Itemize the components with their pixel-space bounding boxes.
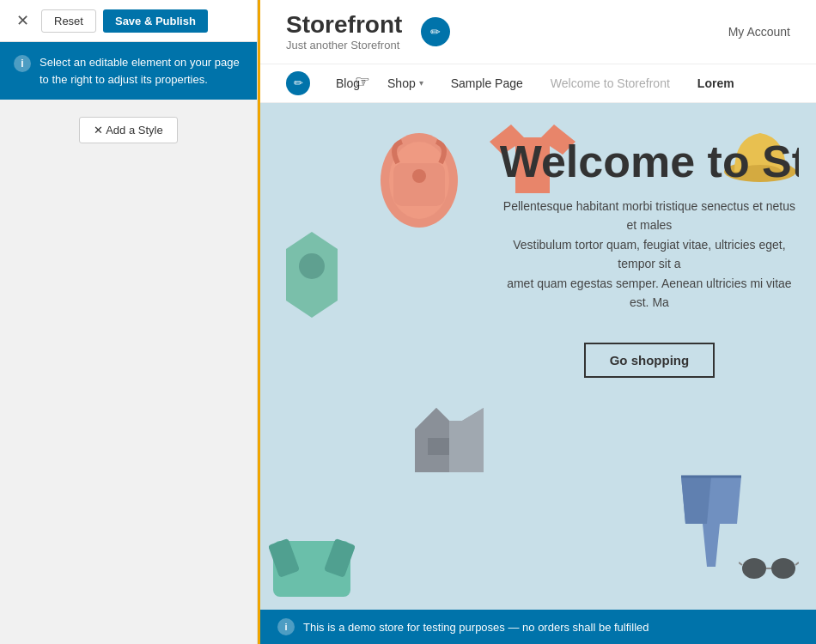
bottom-info-bar: i This is a demo store for testing purpo…: [260, 610, 816, 644]
svg-point-3: [412, 169, 426, 183]
svg-point-12: [771, 558, 795, 579]
hero-title: Welcome to Store: [500, 137, 799, 186]
nav-label-lorem: Lorem: [697, 76, 734, 90]
chevron-down-icon: ▾: [419, 78, 423, 88]
save-publish-button[interactable]: Save & Publish: [103, 9, 208, 33]
nav-label-sample: Sample Page: [451, 76, 523, 90]
svg-line-13: [739, 562, 742, 565]
svg-rect-7: [273, 541, 350, 597]
my-account-link[interactable]: My Account: [728, 25, 790, 39]
storefront-preview: Storefront Just another Storefront ✏ My …: [258, 0, 816, 644]
nav-item-shop[interactable]: Shop ▾: [374, 64, 437, 102]
customizer-panel: ✕ Reset Save & Publish i Select an edita…: [0, 0, 258, 644]
svg-line-14: [795, 562, 799, 565]
svg-rect-9: [324, 538, 355, 578]
nav-item-welcome[interactable]: Welcome to Storefront: [537, 64, 684, 102]
pencil-icon: ✏: [430, 25, 441, 39]
svg-rect-2: [393, 163, 445, 206]
nav-pencil-icon: ✏: [294, 76, 303, 89]
site-title-edit-button[interactable]: ✏: [421, 17, 450, 46]
site-title-block: Storefront Just another Storefront: [286, 12, 402, 52]
add-style-button[interactable]: ✕ Add a Style: [79, 117, 177, 143]
go-shopping-button[interactable]: Go shopping: [584, 343, 715, 378]
info-banner: i Select an editable element on your pag…: [0, 42, 257, 100]
close-button[interactable]: ✕: [10, 9, 34, 33]
hero-section: Welcome to Store Pellentesque habitant m…: [260, 103, 816, 610]
info-text: Select an editable element on your page …: [40, 54, 243, 88]
toolbar: ✕ Reset Save & Publish: [0, 0, 257, 42]
hero-body-text: Pellentesque habitant morbi tristique se…: [500, 197, 799, 312]
bottom-info-text: This is a demo store for testing purpose…: [303, 621, 649, 634]
reset-button[interactable]: Reset: [41, 9, 96, 33]
panel-content: ✕ Add a Style: [0, 100, 257, 644]
site-tagline: Just another Storefront: [286, 39, 402, 52]
svg-point-6: [299, 253, 325, 279]
svg-point-0: [381, 133, 458, 228]
nav-edit-button[interactable]: ✏: [286, 71, 310, 95]
nav-item-lorem[interactable]: Lorem: [684, 64, 748, 102]
close-icon: ✕: [16, 11, 29, 30]
nav-label-shop: Shop: [387, 76, 416, 90]
nav-bar: ✏ Blog Shop ▾ Sample Page Welcome to Sto…: [260, 64, 816, 103]
hero-text-area: Welcome to Store Pellentesque habitant m…: [483, 120, 816, 396]
nav-item-sample[interactable]: Sample Page: [437, 64, 537, 102]
nav-label-welcome: Welcome to Storefront: [551, 76, 670, 90]
svg-point-1: [389, 142, 449, 219]
svg-rect-8: [269, 538, 300, 578]
cursor-icon: ☞: [355, 71, 370, 92]
info-icon: i: [14, 55, 31, 72]
site-header: Storefront Just another Storefront ✏ My …: [260, 0, 816, 64]
svg-point-11: [742, 558, 766, 579]
nav-items: Blog Shop ▾ Sample Page Welcome to Store…: [322, 64, 748, 102]
bottom-info-icon: i: [277, 618, 295, 635]
header-right: My Account: [728, 25, 790, 39]
site-title: Storefront: [286, 12, 402, 39]
